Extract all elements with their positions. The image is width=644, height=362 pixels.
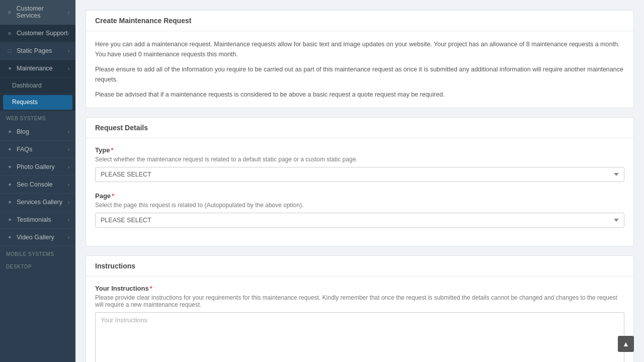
- your-instructions-form-group: Your Instructions* Please provide clear …: [95, 285, 624, 362]
- instructions-card: Instructions Your Instructions* Please p…: [86, 255, 634, 362]
- page-form-group: Page* Select the page this request is re…: [95, 192, 624, 228]
- maintenance-icon: ✦: [6, 65, 13, 72]
- instructions-card-body: Your Instructions* Please provide clear …: [86, 277, 633, 362]
- mobile-systems-label: MOBILE SYSTEMS: [0, 246, 75, 259]
- chevron-right-icon: ›: [68, 129, 69, 135]
- faqs-icon: ✦: [6, 146, 13, 153]
- sidebar-item-photo-gallery[interactable]: ✦ Photo Gallery ›: [0, 158, 75, 176]
- type-form-group: Type* Select whether the maintenance req…: [95, 146, 624, 182]
- instructions-card-header: Instructions: [86, 256, 633, 277]
- sidebar-item-label: FAQs: [17, 146, 32, 153]
- customer-services-icon: ≡: [6, 9, 13, 16]
- sidebar-item-customer-services[interactable]: ≡ Customer Services ›: [0, 0, 75, 25]
- chevron-right-icon: ›: [68, 66, 69, 71]
- sidebar-item-label: Static Pages: [17, 47, 52, 54]
- sidebar-item-label: Seo Console: [17, 181, 53, 188]
- sidebar-item-static-pages[interactable]: □ Static Pages ›: [0, 42, 75, 60]
- chevron-right-icon: ›: [68, 200, 69, 205]
- sidebar-item-blog[interactable]: ✦ Blog ›: [0, 123, 75, 141]
- scroll-top-icon: ▲: [622, 340, 629, 348]
- submenu-label: Requests: [12, 99, 38, 106]
- page-required: *: [112, 192, 114, 200]
- type-description: Select whether the maintenance request i…: [95, 156, 624, 163]
- seo-console-icon: ✦: [6, 181, 13, 188]
- maintenance-submenu: Dashboard Requests: [0, 77, 75, 111]
- page-description: Select the page this request is related …: [95, 202, 624, 209]
- main-content: Create Maintenance Request Here you can …: [75, 0, 644, 362]
- chevron-right-icon: ›: [68, 31, 69, 36]
- sidebar-item-label: Testimonials: [17, 216, 51, 223]
- page-label: Page*: [95, 192, 624, 200]
- request-details-card: Request Details Type* Select whether the…: [86, 117, 634, 246]
- static-pages-icon: □: [6, 47, 13, 54]
- photo-gallery-icon: ✦: [6, 163, 13, 170]
- blog-icon: ✦: [6, 128, 13, 135]
- sidebar-item-label: Services Gallery: [17, 199, 62, 206]
- desktop-label: DESKTOP: [0, 259, 75, 272]
- chevron-right-icon: ›: [68, 217, 69, 223]
- intro-paragraph-3: Please be advised that if a maintenance …: [95, 89, 624, 100]
- page-title: Create Maintenance Request: [95, 17, 624, 25]
- sidebar-item-label: Customer Support: [17, 30, 67, 37]
- sidebar-item-seo-console[interactable]: ✦ Seo Console ›: [0, 176, 75, 194]
- intro-card-body: Here you can add a maintenance request. …: [86, 31, 633, 108]
- chevron-right-icon: ›: [68, 235, 69, 240]
- video-gallery-icon: ✦: [6, 234, 13, 241]
- your-instructions-textarea[interactable]: [95, 312, 624, 362]
- sidebar-item-faqs[interactable]: ✦ FAQs ›: [0, 141, 75, 158]
- sidebar-item-label: Maintenance: [17, 65, 53, 72]
- sidebar-item-label: Blog: [17, 128, 29, 135]
- chevron-right-icon: ›: [68, 48, 69, 54]
- your-instructions-required: *: [150, 285, 152, 292]
- customer-support-icon: ≡: [6, 30, 13, 37]
- chevron-right-icon: ›: [68, 182, 69, 188]
- sidebar-item-customer-support[interactable]: ≡ Customer Support ›: [0, 25, 75, 42]
- type-select[interactable]: PLEASE SELECT Default Static Page Custom…: [95, 167, 624, 182]
- web-systems-label: WEB SYSTEMS: [0, 111, 75, 123]
- intro-paragraph-2: Please ensure to add all of the informat…: [95, 64, 624, 84]
- page-select[interactable]: PLEASE SELECT: [95, 213, 624, 228]
- type-label: Type*: [95, 146, 624, 154]
- sidebar: ≡ Customer Services › ≡ Customer Support…: [0, 0, 75, 362]
- your-instructions-label: Your Instructions*: [95, 285, 624, 292]
- chevron-right-icon: ›: [68, 164, 69, 170]
- intro-card: Create Maintenance Request Here you can …: [86, 10, 634, 108]
- sidebar-item-label: Video Gallery: [17, 234, 54, 241]
- sidebar-item-label: Photo Gallery: [17, 163, 55, 170]
- sidebar-item-maintenance[interactable]: ✦ Maintenance ›: [0, 60, 75, 77]
- your-instructions-description: Please provide clear instructions for yo…: [95, 294, 624, 308]
- request-details-header: Request Details: [86, 118, 633, 138]
- submenu-item-dashboard[interactable]: Dashboard: [0, 77, 75, 94]
- submenu-label: Dashboard: [12, 82, 42, 89]
- sidebar-item-testimonials[interactable]: ✦ Testimonials ›: [0, 211, 75, 229]
- intro-card-header: Create Maintenance Request: [86, 11, 633, 31]
- request-details-body: Type* Select whether the maintenance req…: [86, 138, 633, 246]
- sidebar-item-label: Customer Services: [17, 5, 68, 19]
- testimonials-icon: ✦: [6, 216, 13, 223]
- services-gallery-icon: ✦: [6, 199, 13, 206]
- sidebar-item-video-gallery[interactable]: ✦ Video Gallery ›: [0, 229, 75, 246]
- type-required: *: [111, 146, 113, 154]
- request-details-title: Request Details: [95, 124, 624, 132]
- chevron-right-icon: ›: [68, 10, 69, 15]
- submenu-item-requests[interactable]: Requests: [3, 95, 72, 110]
- scroll-to-top-button[interactable]: ▲: [618, 336, 634, 352]
- sidebar-item-services-gallery[interactable]: ✦ Services Gallery ›: [0, 194, 75, 211]
- instructions-title: Instructions: [95, 262, 624, 270]
- chevron-right-icon: ›: [68, 147, 69, 152]
- intro-paragraph-1: Here you can add a maintenance request. …: [95, 39, 624, 59]
